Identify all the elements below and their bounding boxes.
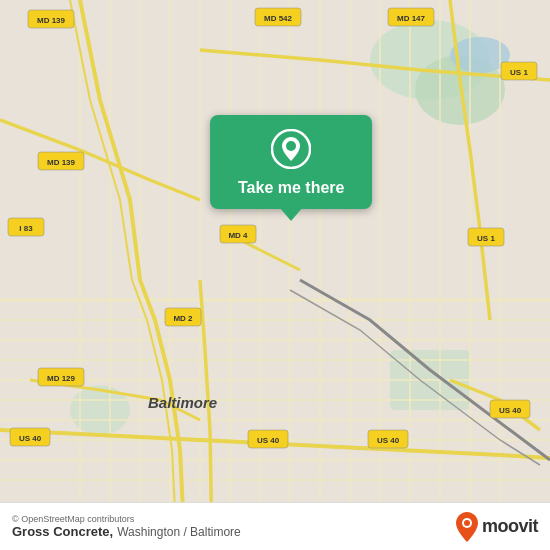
svg-text:US 40: US 40 xyxy=(377,436,400,445)
moovit-logo: moovit xyxy=(456,512,538,542)
info-bar: © OpenStreetMap contributors Gross Concr… xyxy=(0,502,550,550)
svg-text:US 1: US 1 xyxy=(477,234,495,243)
svg-text:US 40: US 40 xyxy=(19,434,42,443)
map-container: MD 139 MD 542 MD 147 US 1 I 83 MD 139 MD… xyxy=(0,0,550,550)
svg-text:MD 2: MD 2 xyxy=(173,314,193,323)
svg-text:Baltimore: Baltimore xyxy=(148,394,217,411)
map-svg: MD 139 MD 542 MD 147 US 1 I 83 MD 139 MD… xyxy=(0,0,550,550)
svg-text:MD 542: MD 542 xyxy=(264,14,293,23)
svg-text:I 83: I 83 xyxy=(19,224,33,233)
svg-text:MD 147: MD 147 xyxy=(397,14,426,23)
svg-point-61 xyxy=(286,141,296,151)
take-me-there-button[interactable]: Take me there xyxy=(238,179,344,197)
map-attribution: © OpenStreetMap contributors xyxy=(12,514,241,524)
svg-text:MD 139: MD 139 xyxy=(37,16,66,25)
svg-text:US 1: US 1 xyxy=(510,68,528,77)
svg-text:US 40: US 40 xyxy=(257,436,280,445)
moovit-pin-icon xyxy=(456,512,478,542)
moovit-brand-text: moovit xyxy=(482,516,538,537)
svg-text:MD 139: MD 139 xyxy=(47,158,76,167)
tooltip-bubble: Take me there xyxy=(210,115,372,209)
svg-point-63 xyxy=(464,520,470,526)
map-tooltip: Take me there xyxy=(210,115,372,209)
location-pin-icon xyxy=(271,129,311,169)
location-name: Gross Concrete, xyxy=(12,524,113,539)
info-bar-left: © OpenStreetMap contributors Gross Concr… xyxy=(12,514,241,539)
svg-text:MD 4: MD 4 xyxy=(228,231,248,240)
svg-text:MD 129: MD 129 xyxy=(47,374,76,383)
svg-text:US 40: US 40 xyxy=(499,406,522,415)
location-region: Washington / Baltimore xyxy=(117,525,241,539)
